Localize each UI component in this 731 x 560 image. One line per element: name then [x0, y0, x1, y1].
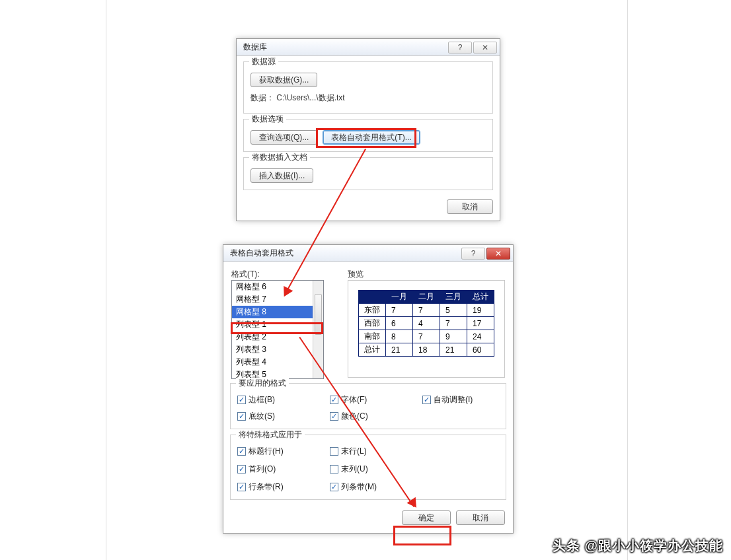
cb-col-band[interactable]: 列条带(M) — [330, 481, 422, 493]
preview-row-header: 东部 — [359, 304, 386, 317]
dialog1-cancel-button[interactable]: 取消 — [447, 199, 493, 214]
table-autoformat-button[interactable]: 表格自动套用格式(T)... — [323, 130, 420, 145]
preview-table: 一月二月三月总计东部77519西部64717南部87924总计21182160 — [358, 290, 494, 357]
cb-font[interactable]: 字体(F) — [330, 394, 422, 405]
get-data-button[interactable]: 获取数据(G)... — [250, 73, 317, 87]
cb-row-band[interactable]: 行条带(R) — [237, 481, 330, 493]
preview-cell: 9 — [440, 330, 467, 343]
format-list-item[interactable]: 网格型 8 — [232, 306, 323, 318]
preview-cell: 8 — [386, 330, 413, 343]
data-options-group: 数据选项 查询选项(Q)... 表格自动套用格式(T)... — [243, 119, 493, 152]
close-button[interactable]: ✕ — [473, 42, 497, 53]
format-list-item[interactable]: 列表型 3 — [232, 343, 323, 356]
preview-cell: 17 — [467, 317, 494, 330]
ok-button[interactable]: 确定 — [402, 510, 451, 525]
dialog1-title: 数据库 — [243, 42, 447, 53]
special-format-legend: 将特殊格式应用于 — [236, 429, 305, 440]
preview-cell: 7 — [440, 317, 467, 330]
cb-last-col[interactable]: 末列(U) — [330, 464, 422, 475]
help-button[interactable]: ? — [461, 248, 485, 260]
insert-data-group: 将数据插入文档 插入数据(I)... — [243, 157, 493, 190]
preview-col-header: 三月 — [440, 291, 467, 304]
data-path-row: 数据： C:\Users\...\数据.txt — [250, 92, 486, 104]
preview-cell: 4 — [413, 317, 440, 330]
preview-col-header — [359, 291, 386, 304]
preview-cell: 24 — [467, 330, 494, 343]
preview-label: 预览 — [348, 269, 505, 280]
preview-cell: 21 — [440, 343, 467, 357]
document-page: 数据库 ? ✕ 数据源 获取数据(G)... 数据： C:\Users\...\… — [106, 0, 628, 560]
apply-format-group: 要应用的格式 边框(B) 字体(F) 自动调整(I) 底纹(S) 颜色(C) — [230, 383, 506, 429]
format-label: 格式(T): — [231, 269, 337, 280]
cb-last-row[interactable]: 末行(L) — [330, 446, 422, 457]
format-list-item[interactable]: 列表型 1 — [232, 318, 323, 331]
preview-col-header: 一月 — [386, 291, 413, 304]
apply-format-legend: 要应用的格式 — [236, 378, 289, 389]
help-button[interactable]: ? — [448, 42, 472, 53]
close-button[interactable]: ✕ — [486, 248, 510, 260]
dialog2-titlebar[interactable]: 表格自动套用格式 ? ✕ — [223, 245, 513, 262]
format-list-item[interactable]: 网格型 7 — [232, 293, 323, 306]
preview-cell: 7 — [413, 330, 440, 343]
preview-row-header: 西部 — [359, 317, 386, 330]
dialog2-title: 表格自动套用格式 — [230, 248, 460, 259]
special-format-group: 将特殊格式应用于 标题行(H) 末行(L) 首列(O) 末列(U) 行条带(R)… — [230, 435, 506, 500]
preview-pane: 一月二月三月总计东部77519西部64717南部87924总计21182160 — [348, 280, 505, 378]
preview-cell: 18 — [413, 343, 440, 357]
format-listbox[interactable]: 网格型 6网格型 7网格型 8列表型 1列表型 2列表型 3列表型 4列表型 5… — [231, 280, 324, 379]
cb-border[interactable]: 边框(B) — [237, 394, 330, 405]
data-path-label: 数据： — [250, 93, 274, 102]
preview-cell: 6 — [386, 317, 413, 330]
data-options-legend: 数据选项 — [249, 114, 286, 125]
preview-row-header: 总计 — [359, 343, 386, 357]
cb-head-row[interactable]: 标题行(H) — [237, 446, 330, 457]
cb-color[interactable]: 颜色(C) — [330, 411, 422, 422]
preview-cell: 7 — [386, 304, 413, 317]
cb-first-col[interactable]: 首列(O) — [237, 464, 330, 475]
dialog2-cancel-button[interactable]: 取消 — [456, 510, 505, 525]
preview-col-header: 总计 — [467, 291, 494, 304]
autoformat-dialog: 表格自动套用格式 ? ✕ 格式(T): 网格型 6网格型 7网格型 8列表型 1… — [223, 244, 514, 534]
preview-cell: 7 — [413, 304, 440, 317]
insert-data-button[interactable]: 插入数据(I)... — [250, 168, 313, 183]
dialog1-titlebar[interactable]: 数据库 ? ✕ — [237, 39, 500, 56]
database-dialog: 数据库 ? ✕ 数据源 获取数据(G)... 数据： C:\Users\...\… — [236, 38, 500, 221]
format-list-item[interactable]: 列表型 2 — [232, 331, 323, 343]
watermark-text: 头条 @跟小小筱学办公技能 — [553, 537, 723, 555]
data-path-value: C:\Users\...\数据.txt — [276, 93, 344, 102]
scrollbar-icon[interactable] — [313, 281, 323, 378]
format-list-item[interactable]: 列表型 4 — [232, 356, 323, 368]
preview-col-header: 二月 — [413, 291, 440, 304]
preview-cell: 19 — [467, 304, 494, 317]
insert-data-legend: 将数据插入文档 — [249, 152, 310, 163]
preview-row-header: 南部 — [359, 330, 386, 343]
datasource-legend: 数据源 — [249, 56, 278, 67]
datasource-group: 数据源 获取数据(G)... 数据： C:\Users\...\数据.txt — [243, 61, 493, 114]
preview-cell: 5 — [440, 304, 467, 317]
preview-cell: 60 — [467, 343, 494, 357]
format-list-item[interactable]: 网格型 6 — [232, 281, 323, 293]
cb-autofit[interactable]: 自动调整(I) — [422, 394, 515, 405]
preview-cell: 21 — [386, 343, 413, 357]
query-options-button[interactable]: 查询选项(Q)... — [250, 130, 317, 145]
cb-shading[interactable]: 底纹(S) — [237, 411, 330, 422]
